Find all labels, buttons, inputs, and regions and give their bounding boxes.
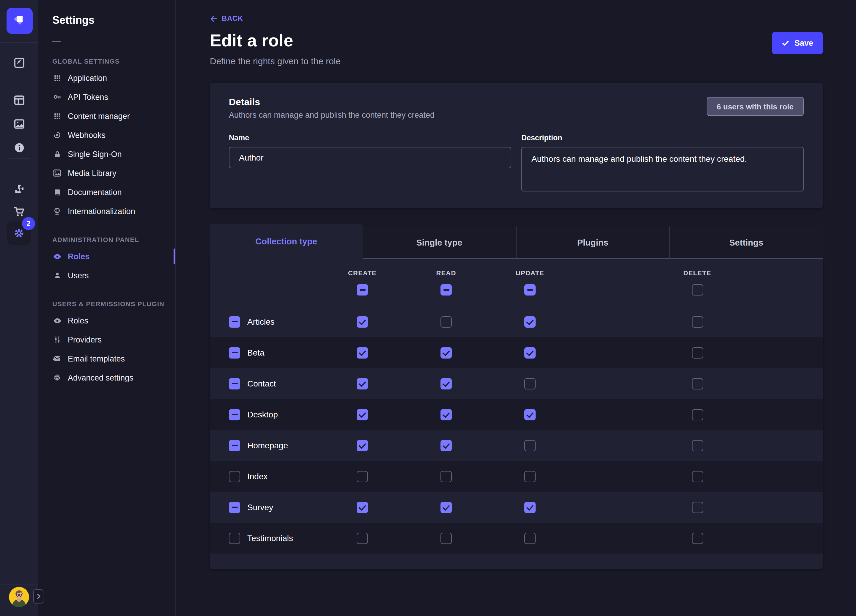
table-row-index: Index xyxy=(210,461,823,492)
information-nav-item[interactable] xyxy=(0,137,38,158)
select-all-delete-checkbox[interactable] xyxy=(692,284,703,296)
update-checkbox[interactable] xyxy=(524,347,536,358)
update-checkbox[interactable] xyxy=(524,502,536,513)
tab-collection-type[interactable]: Collection type xyxy=(210,224,363,259)
sidebar-item-label: Content manager xyxy=(68,111,130,120)
delete-checkbox[interactable] xyxy=(692,316,703,327)
picture-icon xyxy=(52,168,62,178)
sidebar-item-label: Email templates xyxy=(68,354,125,363)
sidebar-item-single-sign-on[interactable]: Single Sign-On xyxy=(38,145,176,163)
create-checkbox[interactable] xyxy=(357,502,368,513)
create-checkbox[interactable] xyxy=(357,471,368,482)
read-checkbox[interactable] xyxy=(440,316,452,327)
sidebar-title: Settings xyxy=(38,0,176,27)
sidebar-item-roles-plugin[interactable]: Roles xyxy=(38,311,176,330)
update-checkbox[interactable] xyxy=(524,378,536,389)
sidebar-item-providers[interactable]: Providers xyxy=(38,330,176,349)
sidebar-item-label: Webhooks xyxy=(68,131,106,139)
row-label: Testimonials xyxy=(247,533,293,543)
delete-checkbox[interactable] xyxy=(692,440,703,451)
select-all-update-checkbox[interactable] xyxy=(524,284,536,296)
create-checkbox[interactable] xyxy=(357,347,368,358)
column-header-read: READ xyxy=(404,270,488,277)
delete-checkbox[interactable] xyxy=(692,378,703,389)
row-select-checkbox[interactable] xyxy=(229,316,240,327)
sidebar-item-email-templates[interactable]: Email templates xyxy=(38,349,176,368)
row-select-checkbox[interactable] xyxy=(229,409,240,420)
sidebar-item-internationalization[interactable]: Internationalization xyxy=(38,202,176,220)
read-checkbox[interactable] xyxy=(440,471,452,482)
read-checkbox[interactable] xyxy=(440,440,452,451)
create-checkbox[interactable] xyxy=(357,378,368,389)
read-checkbox[interactable] xyxy=(440,378,452,389)
content-writer-nav-item[interactable] xyxy=(0,51,38,72)
sidebar-item-roles-admin[interactable]: Roles xyxy=(38,247,176,266)
row-select-checkbox[interactable] xyxy=(229,347,240,358)
update-checkbox[interactable] xyxy=(524,316,536,327)
sidebar-item-advanced-settings[interactable]: Advanced settings xyxy=(38,368,176,387)
sidebar-item-users[interactable]: Users xyxy=(38,266,176,285)
update-checkbox[interactable] xyxy=(524,471,536,482)
tab-plugins[interactable]: Plugins xyxy=(516,226,669,259)
create-checkbox[interactable] xyxy=(357,440,368,451)
delete-checkbox[interactable] xyxy=(692,409,703,420)
user-avatar[interactable] xyxy=(9,587,29,607)
row-label: Index xyxy=(247,471,268,481)
sidebar-item-documentation[interactable]: Documentation xyxy=(38,183,176,202)
delete-checkbox[interactable] xyxy=(692,502,703,513)
row-select-checkbox[interactable] xyxy=(229,471,240,482)
create-checkbox[interactable] xyxy=(357,533,368,544)
read-checkbox[interactable] xyxy=(440,409,452,420)
create-checkbox[interactable] xyxy=(357,316,368,327)
sidebar-item-media-library[interactable]: Media Library xyxy=(38,163,176,183)
role-description-textarea[interactable]: Authors can manage and publish the conte… xyxy=(521,147,804,191)
strapi-logo[interactable] xyxy=(6,8,33,34)
tab-settings[interactable]: Settings xyxy=(669,226,823,259)
tab-single-type[interactable]: Single type xyxy=(363,226,516,259)
update-checkbox[interactable] xyxy=(524,440,536,451)
sidebar-item-label: Providers xyxy=(68,335,102,344)
select-all-create-checkbox[interactable] xyxy=(357,284,368,296)
create-checkbox[interactable] xyxy=(357,409,368,420)
save-button[interactable]: Save xyxy=(773,32,823,54)
collapse-sidebar-button[interactable] xyxy=(33,589,43,604)
table-row-articles: Articles xyxy=(210,306,823,337)
user-icon xyxy=(52,271,62,280)
read-checkbox[interactable] xyxy=(440,502,452,513)
main-nav-rail: 2 xyxy=(0,0,38,616)
sidebar-item-content-manager[interactable]: Content manager xyxy=(38,106,176,125)
table-row-desktop: Desktop xyxy=(210,399,823,430)
column-header-update: UPDATE xyxy=(488,270,572,277)
select-all-read-checkbox[interactable] xyxy=(440,284,452,296)
delete-checkbox[interactable] xyxy=(692,471,703,482)
row-select-checkbox[interactable] xyxy=(229,378,240,389)
back-link[interactable]: BACK xyxy=(210,14,243,23)
read-checkbox[interactable] xyxy=(440,347,452,358)
grid-icon xyxy=(52,73,62,83)
delete-checkbox[interactable] xyxy=(692,533,703,544)
page-subtitle: Define the rights given to the role xyxy=(210,56,340,66)
arrow-left-icon xyxy=(210,15,217,22)
update-checkbox[interactable] xyxy=(524,409,536,420)
plugins-nav-item[interactable] xyxy=(0,178,38,199)
sidebar-item-webhooks[interactable]: Webhooks xyxy=(38,125,176,145)
content-type-builder-nav-item[interactable] xyxy=(0,89,38,111)
sidebar-rule xyxy=(52,41,61,42)
picture-icon xyxy=(13,118,25,129)
media-library-nav-item[interactable] xyxy=(0,113,38,134)
info-icon xyxy=(13,142,25,153)
row-select-checkbox[interactable] xyxy=(229,440,240,451)
table-row-beta: Beta xyxy=(210,337,823,368)
read-checkbox[interactable] xyxy=(440,533,452,544)
sidebar-item-api-tokens[interactable]: API Tokens xyxy=(38,88,176,106)
role-name-input[interactable] xyxy=(229,147,511,168)
sidebar-item-label: Single Sign-On xyxy=(68,149,122,159)
delete-checkbox[interactable] xyxy=(692,347,703,358)
row-select-checkbox[interactable] xyxy=(229,502,240,513)
puzzle-icon xyxy=(13,183,25,194)
update-checkbox[interactable] xyxy=(524,533,536,544)
screen: 2 Settings GLOBAL SETTINGS xyxy=(0,0,856,616)
users-with-role-button[interactable]: 6 users with this role xyxy=(707,97,804,116)
row-select-checkbox[interactable] xyxy=(229,533,240,544)
sidebar-item-application[interactable]: Application xyxy=(38,68,176,88)
